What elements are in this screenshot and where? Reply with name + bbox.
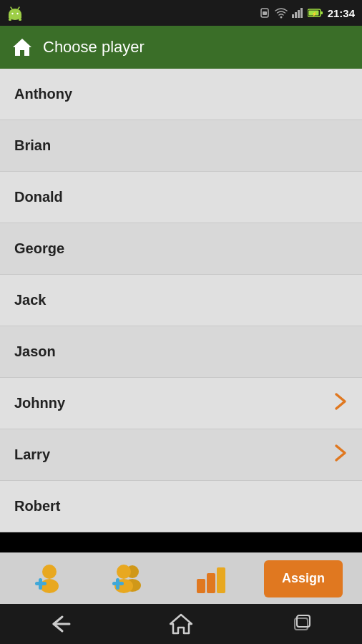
svg-point-21 bbox=[40, 579, 59, 593]
svg-rect-11 bbox=[292, 14, 294, 18]
toolbar-title: Choose player bbox=[43, 38, 145, 57]
status-bar-right: ⚡ 21:34 bbox=[259, 7, 355, 19]
svg-point-2 bbox=[11, 13, 13, 14]
nav-home-icon bbox=[170, 613, 192, 635]
signal-icon bbox=[292, 7, 303, 19]
player-name: Jack bbox=[14, 292, 47, 308]
svg-point-3 bbox=[16, 13, 18, 14]
svg-point-10 bbox=[280, 16, 282, 19]
svg-rect-16 bbox=[321, 11, 323, 14]
player-item[interactable]: Robert bbox=[0, 481, 362, 532]
recent-icon bbox=[290, 613, 313, 635]
svg-rect-14 bbox=[300, 8, 303, 18]
nav-home-button[interactable] bbox=[152, 608, 210, 640]
svg-rect-1 bbox=[9, 14, 21, 18]
player-name: Larry bbox=[14, 447, 50, 463]
svg-rect-32 bbox=[217, 567, 225, 593]
player-name: Donald bbox=[14, 189, 63, 205]
player-item[interactable]: George bbox=[0, 223, 362, 275]
nav-back-button[interactable] bbox=[31, 608, 89, 640]
svg-text:⚡: ⚡ bbox=[311, 11, 318, 17]
sim-icon bbox=[259, 7, 270, 19]
svg-line-5 bbox=[18, 7, 19, 9]
svg-rect-31 bbox=[207, 573, 215, 593]
player-item[interactable]: Donald bbox=[0, 172, 362, 223]
battery-icon: ⚡ bbox=[308, 8, 323, 18]
chevron-right-icon bbox=[333, 391, 348, 416]
nav-recent-button[interactable] bbox=[273, 608, 331, 640]
svg-point-20 bbox=[42, 565, 57, 579]
svg-rect-30 bbox=[197, 579, 205, 593]
player-name: George bbox=[14, 240, 64, 257]
toolbar: Choose player bbox=[0, 26, 362, 69]
nav-bar bbox=[0, 604, 362, 644]
svg-rect-13 bbox=[298, 10, 300, 18]
wifi-icon bbox=[275, 7, 288, 19]
home-icon bbox=[11, 37, 33, 57]
player-item[interactable]: Jason bbox=[0, 326, 362, 378]
player-name: Anthony bbox=[14, 86, 72, 102]
chevron-right-icon bbox=[333, 443, 348, 467]
status-time: 21:34 bbox=[328, 7, 355, 19]
player-name: Johnny bbox=[14, 395, 65, 411]
back-icon bbox=[48, 614, 72, 634]
svg-line-4 bbox=[11, 7, 12, 9]
player-item[interactable]: Brian bbox=[0, 120, 362, 172]
add-player-button[interactable] bbox=[19, 559, 77, 599]
add-player-icon bbox=[31, 562, 65, 596]
svg-rect-9 bbox=[263, 11, 267, 15]
svg-rect-12 bbox=[295, 12, 297, 18]
player-name: Brian bbox=[14, 137, 51, 154]
svg-rect-7 bbox=[19, 18, 21, 21]
svg-marker-19 bbox=[13, 39, 31, 56]
add-multiple-players-button[interactable] bbox=[101, 559, 158, 599]
player-item[interactable]: Johnny bbox=[0, 378, 362, 429]
assign-button[interactable]: Assign bbox=[264, 560, 343, 597]
svg-rect-29 bbox=[116, 578, 119, 590]
player-name: Jason bbox=[14, 343, 56, 360]
svg-point-26 bbox=[117, 565, 131, 579]
stats-button[interactable] bbox=[182, 559, 240, 599]
status-bar-left bbox=[7, 5, 23, 21]
svg-marker-34 bbox=[170, 615, 192, 633]
player-list: AnthonyBrianDonaldGeorgeJackJasonJohnnyL… bbox=[0, 69, 362, 552]
svg-rect-6 bbox=[9, 18, 11, 21]
svg-rect-23 bbox=[39, 578, 42, 590]
player-item[interactable]: Larry bbox=[0, 429, 362, 481]
player-item[interactable]: Jack bbox=[0, 275, 362, 326]
add-group-icon bbox=[109, 562, 150, 596]
status-bar: ⚡ 21:34 bbox=[0, 0, 362, 26]
player-item[interactable]: Anthony bbox=[0, 69, 362, 120]
action-bar: Assign bbox=[0, 552, 362, 604]
android-icon bbox=[7, 5, 23, 21]
chart-icon bbox=[194, 563, 228, 595]
player-name: Robert bbox=[14, 498, 60, 514]
